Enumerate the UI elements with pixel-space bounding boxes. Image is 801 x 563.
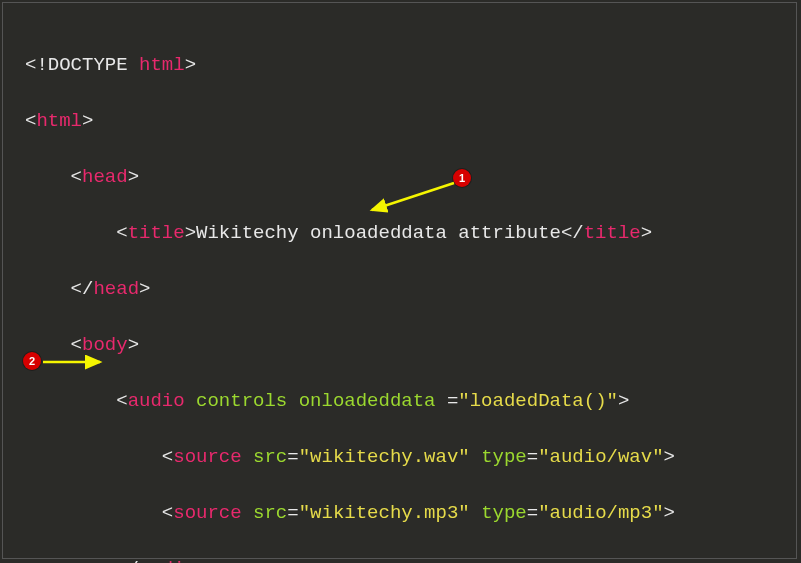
attr-controls: controls: [196, 390, 287, 412]
equals: =: [527, 446, 538, 468]
code-line: <audio controls onloadeddata ="loadedDat…: [25, 387, 774, 415]
code-editor: <!DOCTYPE html> <html> <head> <title>Wik…: [2, 2, 797, 559]
bracket: >: [664, 446, 675, 468]
bracket: >: [82, 110, 93, 132]
equals: =: [527, 502, 538, 524]
doctype-open: <!DOCTYPE: [25, 54, 139, 76]
space: [242, 446, 253, 468]
code-line: <source src="wikitechy.mp3" type="audio/…: [25, 499, 774, 527]
code-line: <html>: [25, 107, 774, 135]
tag-source: source: [173, 502, 241, 524]
bracket: <: [116, 390, 127, 412]
tag-title-close: title: [584, 222, 641, 244]
tag-audio: audio: [128, 390, 185, 412]
bracket: <: [25, 110, 36, 132]
bracket: >: [196, 558, 207, 563]
bracket: >: [185, 54, 196, 76]
code-line: <title>Wikitechy onloadeddata attribute<…: [25, 219, 774, 247]
bracket: >: [618, 390, 629, 412]
tag-audio-close: audio: [139, 558, 196, 563]
space: [470, 502, 481, 524]
code-line: <!DOCTYPE html>: [25, 51, 774, 79]
code-line: <head>: [25, 163, 774, 191]
code-line: <source src="wikitechy.wav" type="audio/…: [25, 443, 774, 471]
annotation-badge-1: 1: [453, 169, 471, 187]
attr-value: "audio/wav": [538, 446, 663, 468]
equals: =: [447, 390, 458, 412]
doctype-name: html: [139, 54, 185, 76]
title-text: Wikitechy onloadeddata attribute: [196, 222, 561, 244]
bracket: >: [185, 222, 196, 244]
attr-value: "wikitechy.wav": [299, 446, 470, 468]
bracket: >: [641, 222, 652, 244]
tag-head: head: [82, 166, 128, 188]
equals: =: [287, 502, 298, 524]
bracket: </: [116, 558, 139, 563]
attr-src: src: [253, 446, 287, 468]
space: [242, 502, 253, 524]
bracket: <: [71, 166, 82, 188]
bracket: <: [71, 334, 82, 356]
space: [287, 390, 298, 412]
bracket: <: [162, 502, 173, 524]
bracket: <: [116, 222, 127, 244]
code-line: <body>: [25, 331, 774, 359]
equals: =: [287, 446, 298, 468]
attr-type: type: [481, 502, 527, 524]
bracket: >: [128, 166, 139, 188]
space: [470, 446, 481, 468]
attr-value: "loadedData()": [458, 390, 618, 412]
bracket: <: [162, 446, 173, 468]
bracket: >: [128, 334, 139, 356]
annotation-badge-2: 2: [23, 352, 41, 370]
bracket: >: [139, 278, 150, 300]
attr-src: src: [253, 502, 287, 524]
tag-html: html: [36, 110, 82, 132]
bracket: >: [664, 502, 675, 524]
space: [185, 390, 196, 412]
tag-head-close: head: [93, 278, 139, 300]
code-line: </audio>: [25, 555, 774, 563]
tag-source: source: [173, 446, 241, 468]
bracket: </: [561, 222, 584, 244]
attr-type: type: [481, 446, 527, 468]
attr-value: "wikitechy.mp3": [299, 502, 470, 524]
bracket: </: [71, 278, 94, 300]
tag-body: body: [82, 334, 128, 356]
code-line: </head>: [25, 275, 774, 303]
attr-value: "audio/mp3": [538, 502, 663, 524]
tag-title: title: [128, 222, 185, 244]
attr-onloadeddata: onloadeddata: [299, 390, 447, 412]
